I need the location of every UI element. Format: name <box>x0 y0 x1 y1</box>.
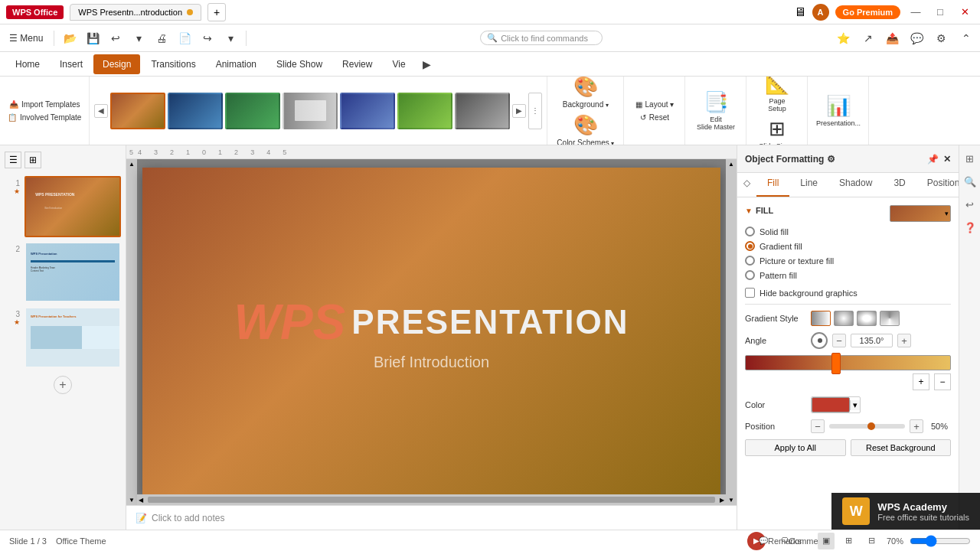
theme-5[interactable] <box>340 93 395 129</box>
redo-dropdown[interactable]: ▾ <box>220 28 241 49</box>
panel-tab-fill[interactable]: Fill <box>756 173 789 197</box>
theme-prev-button[interactable]: ◀ <box>94 104 108 118</box>
theme-6[interactable] <box>397 93 452 129</box>
reset-button[interactable]: ↺ Reset <box>635 112 674 123</box>
share-button[interactable]: ↗ <box>858 28 879 49</box>
comment-button[interactable]: 💬 <box>906 28 928 49</box>
fill-color-dropdown[interactable]: ▾ <box>945 210 949 217</box>
add-stop-button[interactable]: + <box>913 373 929 390</box>
theme-1[interactable] <box>110 93 165 129</box>
document-tab[interactable]: WPS Presentn...ntroduction <box>70 4 201 21</box>
star-button[interactable]: ⭐ <box>833 28 854 49</box>
slide-2-thumbnail[interactable]: WPS Presentation Header Marketing TeamCo… <box>24 242 121 303</box>
solid-fill-radio[interactable] <box>745 227 755 236</box>
scroll-right-button[interactable]: ▶ <box>718 497 726 504</box>
add-slide-button[interactable]: + <box>54 376 72 394</box>
wps-logo[interactable]: WPS Office <box>6 5 64 19</box>
theme-3[interactable] <box>225 93 280 129</box>
theme-2[interactable] <box>168 93 223 129</box>
slide-thumb-3[interactable]: 3 ★ WPS Presentation for Teachers <box>5 307 121 368</box>
tab-animation[interactable]: Animation <box>207 54 266 74</box>
settings-button[interactable]: ⚙ <box>931 28 952 49</box>
gradient-stop-1[interactable] <box>831 353 841 374</box>
gradient-bar[interactable] <box>745 355 951 370</box>
theme-4[interactable] <box>283 93 338 129</box>
position-slider[interactable] <box>829 424 905 429</box>
slide-sorter-button[interactable]: ⊟ <box>864 533 880 549</box>
slide-1-thumbnail[interactable]: WPS PRESENTATION Brief Introduction <box>24 176 121 237</box>
tab-review[interactable]: Review <box>333 54 381 74</box>
panel-pin-button[interactable]: 📌 <box>927 154 939 165</box>
tab-design[interactable]: Design <box>93 54 140 74</box>
export-button[interactable]: 📤 <box>882 28 903 49</box>
right-help-button[interactable]: ❓ <box>962 219 978 236</box>
pattern-fill-radio[interactable] <box>745 270 755 280</box>
gradient-radial-button[interactable] <box>834 311 854 326</box>
slide-size-button[interactable]: ⊞ Slide Size ▾ <box>756 116 799 146</box>
panel-tab-line[interactable]: Line <box>789 173 828 197</box>
involved-template-button[interactable]: 📋 Involved Template <box>3 112 86 123</box>
redo-button[interactable]: ↪ <box>197 28 218 49</box>
theme-next-button[interactable]: ▶ <box>512 104 526 118</box>
panel-tab-shadow[interactable]: Shadow <box>828 173 883 197</box>
new-tab-button[interactable]: + <box>207 3 226 21</box>
gradient-rect-button[interactable] <box>857 311 877 326</box>
maximize-button[interactable]: □ <box>931 3 949 21</box>
apply-to-all-button[interactable]: Apply to All <box>745 439 846 456</box>
angle-increase-button[interactable]: + <box>897 334 911 347</box>
more-tabs-button[interactable]: ▶ <box>416 54 438 75</box>
angle-circle[interactable] <box>811 332 828 349</box>
position-thumb[interactable] <box>867 422 875 430</box>
slide-thumb-2[interactable]: 2 WPS Presentation Header Marketing Team… <box>5 242 121 303</box>
presentation-button[interactable]: 📊 Presentation... <box>813 93 864 129</box>
collapse-ribbon-button[interactable]: ⌃ <box>956 28 977 49</box>
tab-home[interactable]: Home <box>6 54 49 74</box>
tab-view[interactable]: Vie <box>383 54 414 74</box>
slide-canvas-area[interactable]: ▲ ▼ WPS PRESENTATION Brief Introduction … <box>126 159 737 505</box>
close-button[interactable]: ✕ <box>956 3 974 21</box>
vertical-scroll-left[interactable]: ▲ ▼ <box>126 159 137 505</box>
right-undo-button[interactable]: ↩ <box>962 196 978 213</box>
edit-slide-master-button[interactable]: 📑 EditSlide Master <box>694 89 738 132</box>
theme-more-button[interactable]: ⋮ <box>528 93 542 129</box>
position-decrease-button[interactable]: − <box>811 419 825 433</box>
tab-transitions[interactable]: Transitions <box>142 54 204 74</box>
menu-button[interactable]: ☰ Menu <box>3 30 49 47</box>
color-schemes-button[interactable]: 🎨 Color Schemes ▾ <box>554 112 617 146</box>
picture-fill-option[interactable]: Picture or texture fill <box>745 256 951 266</box>
scroll-left-button[interactable]: ◀ <box>137 497 145 504</box>
right-search-button[interactable]: 🔍 <box>962 173 978 190</box>
page-setup-button[interactable]: 📐 PageSetup <box>762 77 792 114</box>
scroll-up-button[interactable]: ▲ <box>127 159 136 169</box>
search-bar[interactable]: 🔍 Click to find commands <box>480 31 603 45</box>
panel-close-button[interactable]: ✕ <box>943 154 951 165</box>
panel-tab-3d[interactable]: 3D <box>883 173 916 197</box>
save-button[interactable]: 💾 <box>82 28 103 49</box>
tab-insert[interactable]: Insert <box>51 54 92 74</box>
hide-bg-box[interactable] <box>745 288 755 298</box>
scroll-right-down[interactable]: ▼ <box>727 495 736 505</box>
scroll-right-up[interactable]: ▲ <box>727 159 736 169</box>
pdf-button[interactable]: 📄 <box>174 28 195 49</box>
minimize-button[interactable]: — <box>906 3 925 21</box>
import-templates-button[interactable]: 📥 Import Templates <box>5 99 85 110</box>
undo-button[interactable]: ↩ <box>105 28 126 49</box>
picture-fill-radio[interactable] <box>745 256 755 266</box>
slides-grid-toggle[interactable]: ⊞ <box>24 152 41 168</box>
go-premium-button[interactable]: Go Premium <box>835 5 900 19</box>
tab-slideshow[interactable]: Slide Show <box>267 54 332 74</box>
main-slide[interactable]: WPS PRESENTATION Brief Introduction <box>142 168 720 497</box>
panel-tab-shape[interactable]: ◇ <box>737 173 756 197</box>
slide-thumb-1[interactable]: 1 ★ WPS PRESENTATION Brief Introduction <box>5 176 121 237</box>
right-layout-button[interactable]: ⊞ <box>962 150 978 167</box>
zoom-slider[interactable] <box>910 535 971 547</box>
layout-button[interactable]: ▦ Layout ▾ <box>631 99 679 110</box>
gradient-linear-button[interactable] <box>811 311 831 326</box>
position-increase-button[interactable]: + <box>910 419 923 433</box>
remove-stop-button[interactable]: − <box>934 373 951 390</box>
normal-view-button[interactable]: ▣ <box>818 533 835 549</box>
color-swatch[interactable] <box>812 397 850 412</box>
horizontal-scrollbar[interactable]: ◀ ▶ <box>137 494 726 505</box>
gradient-custom-button[interactable] <box>880 311 900 326</box>
angle-value[interactable]: 135.0° <box>851 334 893 347</box>
